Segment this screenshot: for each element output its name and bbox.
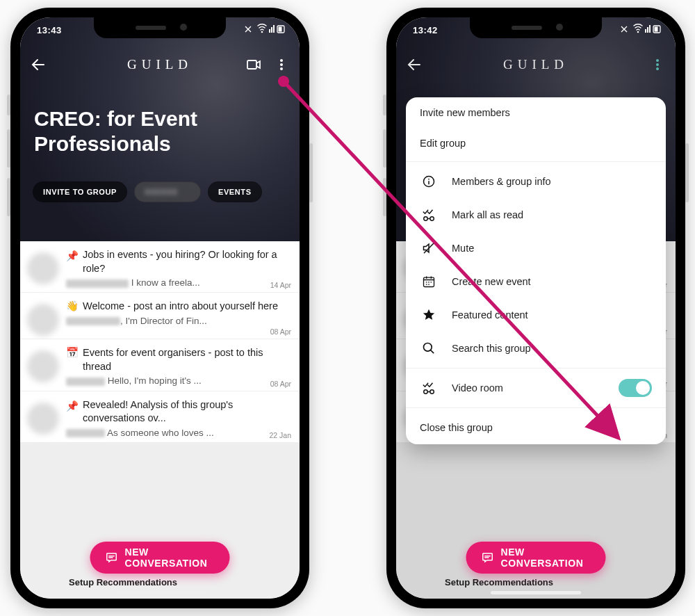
svg-point-4 [637,31,639,33]
menu-mute[interactable]: Mute [406,232,666,265]
new-conversation-button[interactable]: NEW CONVERSATION [90,542,230,574]
svg-point-9 [424,217,427,220]
more-menu-button[interactable] [268,51,295,79]
phone-right: 13:42 GUILD 📌Jobs in event [386,8,685,608]
svg-point-13 [424,390,427,394]
calendar-icon [420,275,438,289]
avatar [27,350,59,382]
pill-hidden[interactable]: XXXXXX [134,181,201,202]
svg-rect-2 [279,27,282,32]
menu-video-room[interactable]: Video room [406,371,666,405]
svg-rect-3 [247,60,256,69]
menu-group-info[interactable]: Members & group info [406,165,666,198]
post-item[interactable]: 👋Welcome - post an intro about yourself … [20,293,300,339]
menu-mark-read[interactable]: Mark all as read [406,198,666,232]
menu-edit-group[interactable]: Edit group [406,128,666,159]
status-time: 13:43 [37,25,62,35]
new-conversation-button[interactable]: NEW CONVERSATION [466,542,606,574]
post-item[interactable]: 📌Revealed! Analysis of this group's conv… [20,391,300,443]
pin-icon: 📌 [66,400,79,414]
setup-recommendations[interactable]: Setup Recommendations [69,577,177,587]
mute-icon [420,241,438,255]
post-date: 14 Apr [270,281,291,289]
home-indicator [115,591,205,594]
pin-icon: 📌 [66,250,79,264]
svg-point-0 [261,31,263,33]
avatar [27,252,59,284]
menu-featured[interactable]: Featured content [406,298,666,332]
post-title: Revealed! Analysis of this group's conve… [83,398,290,425]
svg-rect-6 [655,27,658,32]
home-indicator [491,591,581,594]
menu-create-event[interactable]: Create new event [406,265,666,298]
feed: 📌Jobs in events - you hiring? Or looking… [20,241,300,599]
post-date: 22 Jan [269,431,291,439]
svg-point-10 [430,217,434,220]
avatar [27,403,59,435]
mark-read-icon [420,208,438,222]
group-title: CREO: for Event Professionals [34,106,286,156]
video-room-icon [420,381,438,395]
status-icons [243,23,287,35]
post-date: 08 Apr [270,327,291,336]
svg-point-14 [430,390,434,394]
back-button[interactable] [24,51,52,79]
status-icons [619,23,663,35]
post-date: 08 Apr [270,380,291,388]
search-icon [420,341,438,355]
info-icon [420,175,438,188]
post-title: Events for event organisers - post to th… [83,346,290,373]
invite-to-group-button[interactable]: INVITE TO GROUP [33,181,127,202]
group-hero: GUILD CREO: for Event Professionals INVI… [20,17,300,241]
menu-invite-members[interactable]: Invite new members [406,97,666,128]
video-room-icon[interactable] [240,51,268,79]
phone-left: 13:43 GUILD [10,8,309,608]
avatar [27,304,59,336]
post-title: Welcome - post an intro about yourself h… [83,300,278,314]
post-item[interactable]: 📅Events for event organisers - post to t… [20,339,300,391]
setup-recommendations[interactable]: Setup Recommendations [445,577,553,587]
calendar-icon: 📅 [66,346,79,360]
group-options-menu: Invite new members Edit group Members & … [406,97,666,444]
status-time: 13:42 [413,25,438,35]
post-item[interactable]: 📌Jobs in events - you hiring? Or looking… [20,241,300,293]
menu-search-group[interactable]: Search this group [406,332,666,365]
post-title: Jobs in events - you hiring? Or looking … [83,248,290,275]
events-button[interactable]: EVENTS [208,181,262,202]
svg-point-8 [428,179,430,180]
app-brand: GUILD [127,57,193,72]
video-room-toggle[interactable] [619,379,652,397]
wave-icon: 👋 [66,300,79,314]
menu-close-group[interactable]: Close this group [406,411,666,444]
star-icon [420,308,438,322]
